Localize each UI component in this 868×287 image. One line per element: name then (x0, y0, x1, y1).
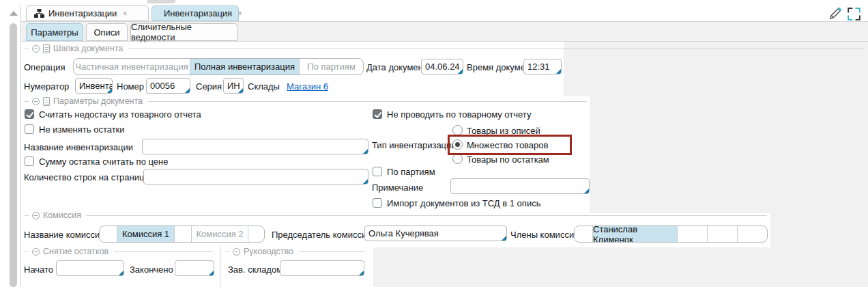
warehouses-label: Склады (248, 81, 280, 92)
collapse-icon[interactable] (32, 248, 40, 256)
org-chart-icon (34, 9, 44, 18)
chairman-field[interactable]: Ольга Кучерявая (364, 226, 507, 241)
group-header-doc: Шапка документа (25, 44, 864, 53)
note-label: Примечание (372, 182, 423, 193)
group-title: Руководство (244, 247, 293, 256)
number-label: Номер (117, 81, 144, 92)
operation-option-full[interactable]: Полная инвентаризация (190, 59, 299, 74)
tab-label: Инвентаризации (48, 8, 117, 18)
skip-goods-report-checkbox[interactable] (373, 109, 382, 119)
commission-option-2[interactable]: Комиссия 2 (191, 226, 248, 242)
operation-option-partial[interactable]: Частичная инвентаризация (74, 59, 190, 74)
operation-segmented-control: Частичная инвентаризация Полная инвентар… (73, 58, 364, 75)
vertical-scrollbar[interactable] (10, 23, 17, 287)
type-radio-from-lists[interactable] (452, 125, 463, 135)
type-option-label: Товары по остаткам (467, 154, 549, 165)
collapse-icon[interactable] (233, 248, 240, 256)
subtab-label: Сличительные ведомости (131, 22, 237, 42)
keep-balances-checkbox[interactable] (25, 124, 34, 134)
document-icon (43, 44, 50, 53)
warehouse-link[interactable]: Магазин 6 (287, 81, 328, 92)
collapse-icon[interactable] (32, 212, 40, 219)
series-label: Серия (196, 81, 222, 92)
by-batches-checkbox[interactable] (373, 167, 382, 176)
member-empty-cell[interactable] (677, 226, 707, 242)
number-field[interactable]: 00056 (146, 78, 190, 94)
count-shortage-label: Считать недостачу из товарного отчета (39, 109, 201, 120)
group-commission: Комиссия (25, 210, 767, 220)
group-title: Комиссия (43, 210, 81, 220)
member-empty-cell[interactable] (737, 226, 767, 242)
rows-per-page-field[interactable] (143, 169, 368, 184)
inventory-name-label: Название инвентаризации (24, 142, 133, 152)
members-segmented: Станислав Клименок (574, 226, 768, 243)
group-title: Параметры документа (53, 96, 143, 106)
group-doc-params: Параметры документа (25, 96, 587, 106)
app-window: Инвентаризации × Инвентаризация × Параме… (0, 0, 868, 287)
scroll-up-icon[interactable] (10, 11, 18, 16)
collapse-icon[interactable] (32, 45, 40, 53)
commission-name-label: Название комиссии (24, 230, 105, 240)
tab-label: Инвентаризация (164, 8, 232, 18)
import-tsd-label: Импорт документов из ТСД в 1 опись (387, 198, 540, 208)
tab-comparison-sheets[interactable]: Сличительные ведомости (130, 23, 237, 41)
import-tsd-checkbox[interactable] (373, 198, 382, 208)
document-icon (43, 97, 50, 106)
by-batches-label: По партиям (387, 167, 435, 177)
commission-name-segmented: Комиссия 1 Комиссия 2 (99, 226, 265, 243)
tab-close-icon[interactable]: × (122, 9, 127, 18)
splitter-handle[interactable] (147, 0, 175, 3)
started-label: Начато (24, 264, 53, 275)
tab-inventories-lists[interactable]: Описи (86, 23, 128, 41)
commission-empty-cell[interactable] (174, 226, 191, 242)
doc-date-field[interactable]: 04.06.24 (421, 59, 463, 74)
keep-balances-label: Не изменять остатки (39, 124, 125, 135)
sum-by-price-checkbox[interactable] (25, 156, 34, 166)
members-label: Члены комиссии (510, 230, 579, 240)
skip-goods-report-label: Не проводить по товарному отчету (387, 109, 531, 120)
highlight-box (448, 135, 572, 155)
group-stock-taking: Снятие остатков (25, 247, 213, 256)
inventory-type-label: Тип инвентаризации (372, 140, 457, 150)
member-selected[interactable]: Станислав Клименок (592, 226, 677, 242)
note-field[interactable] (450, 178, 590, 194)
finished-label: Закончено (130, 264, 173, 275)
group-title: Снятие остатков (43, 247, 108, 256)
group-management: Руководство (225, 247, 364, 256)
tab-inventories[interactable]: Инвентаризации × (26, 5, 149, 21)
collapse-icon[interactable] (32, 98, 40, 105)
rows-per-page-label: Количество строк на страницу (24, 172, 149, 182)
tab-parameters[interactable]: Параметры (26, 23, 83, 41)
started-field[interactable] (56, 260, 124, 276)
count-shortage-checkbox[interactable] (25, 109, 34, 119)
chairman-label: Председатель комиссии (272, 230, 371, 240)
groups-divider (220, 245, 220, 287)
operation-option-batches[interactable]: По партиям (299, 59, 363, 74)
finished-field[interactable] (175, 260, 214, 276)
numerator-label: Нумератор (24, 81, 69, 92)
left-border (20, 5, 21, 287)
warehouse-manager-label: Зав. складом (228, 264, 283, 275)
doc-time-field[interactable]: 12:31 (523, 59, 562, 74)
numerator-field[interactable]: Инвента (75, 78, 113, 94)
series-field[interactable]: ИН (223, 78, 244, 94)
member-empty-cell[interactable] (707, 226, 737, 242)
commission-empty-cell[interactable] (248, 226, 264, 242)
edit-pencil-icon[interactable] (827, 6, 843, 22)
group-title: Шапка документа (53, 44, 123, 53)
type-radio-by-balances[interactable] (452, 154, 463, 164)
subtab-label: Параметры (31, 27, 78, 38)
subtab-label: Описи (93, 27, 119, 38)
tab-inventory-doc[interactable]: Инвентаризация × (151, 5, 239, 21)
commission-empty-cell[interactable] (100, 226, 117, 242)
sum-by-price-label: Сумму остатка считать по цене (39, 156, 168, 167)
member-empty-cell[interactable] (575, 226, 592, 242)
operation-label: Операция (24, 62, 66, 72)
tab-close-icon[interactable]: × (237, 9, 242, 18)
fullscreen-icon[interactable] (847, 7, 861, 21)
warehouse-manager-field[interactable] (280, 260, 364, 276)
inventory-name-field[interactable] (142, 139, 368, 154)
commission-option-1[interactable]: Комиссия 1 (117, 226, 174, 242)
